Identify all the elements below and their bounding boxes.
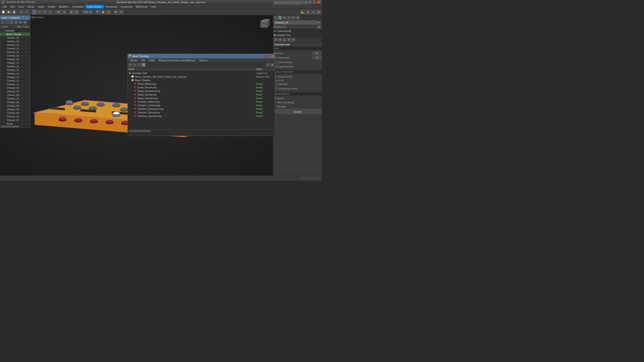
layer-item-checker22[interactable]: Checker_22 ― ―	[0, 43, 30, 47]
tb-snap[interactable]: 📐	[300, 10, 305, 14]
layer-item-wood-set[interactable]: Wood_Checkers_Set_Game_Ready ―	[0, 32, 30, 36]
menu-modifiers[interactable]: Modifiers	[57, 4, 71, 9]
layer-item-checker09[interactable]: Checker_09 ― ―	[0, 90, 30, 93]
layer-item-checker02[interactable]: Checker_02 ― ―	[0, 115, 30, 118]
layer-item-checker21[interactable]: Checker_21 ― ―	[0, 47, 30, 50]
lp-select-layer[interactable]: ⊞	[14, 20, 18, 24]
mod-configure-btn[interactable]: ⚙	[278, 38, 282, 42]
modifier-editable-poly[interactable]: Editable Poly	[273, 33, 322, 37]
search-button[interactable]: 🔍	[304, 1, 308, 5]
layer-item-checker07[interactable]: Checker_07 ― ―	[0, 97, 30, 100]
at-item-board-glossiness[interactable]: 🖼 Board_Glossiness.png Found	[128, 89, 275, 93]
tb-new[interactable]: 📄	[1, 10, 6, 14]
at-item-board-specular[interactable]: 🖼 Board_Specular.png Found	[128, 96, 275, 100]
at-refresh-btn[interactable]: ↻	[128, 63, 132, 67]
tb-align[interactable]: ⊞	[306, 10, 310, 14]
at-table-view-btn[interactable]: ⊞	[142, 63, 146, 67]
menu-tools[interactable]: Tools	[16, 4, 26, 9]
tb-link[interactable]: 🔗	[69, 10, 74, 14]
at-item-board-fresnel[interactable]: 🖼 Board_Fresnel.png Found	[128, 86, 275, 89]
layer-item-checker23[interactable]: Checker_23 ― ―	[0, 40, 30, 43]
menu-edit[interactable]: Edit	[8, 4, 16, 9]
tb-redo[interactable]: ↪	[24, 10, 29, 14]
at-item-checkers-fresnel[interactable]: 🖼 Checkers_Fresnel.png Found	[128, 104, 275, 107]
at-remove-btn[interactable]: −	[137, 63, 141, 67]
tb-scale[interactable]: ⤡	[48, 10, 53, 14]
mod-move-up-btn[interactable]: ▲	[282, 38, 286, 42]
layer-item-checker01[interactable]: Checker_01 ― ―	[0, 118, 30, 122]
tb-pan[interactable]: ✋	[100, 10, 106, 14]
lp-new-layer[interactable]: +	[1, 20, 5, 24]
menu-customize[interactable]: Customize	[119, 4, 134, 9]
object-name-dropdown[interactable]: ▼	[317, 20, 321, 24]
layer-item-checker14[interactable]: Checker_14 ― ―	[0, 72, 30, 75]
at-item-checkers-glossiness[interactable]: 🖼 Checkers_Glossiness.png Found	[128, 107, 275, 111]
menu-maxscript[interactable]: MAXScript	[134, 4, 149, 9]
at-item-checkers-specular[interactable]: 🖼 Checkers_Specular.png Found	[128, 114, 275, 118]
at-maximize-btn[interactable]: □	[267, 54, 270, 58]
lp-select-children[interactable]: ▼	[18, 20, 22, 24]
at-menu-bitmap[interactable]: Bitmap Performance and Memory	[157, 58, 197, 62]
menu-rendering[interactable]: Rendering	[104, 4, 119, 9]
at-close-btn[interactable]: ✕	[271, 54, 274, 58]
rp-modify-btn[interactable]: 🔧	[278, 16, 282, 20]
menu-file[interactable]: File	[1, 4, 8, 9]
iterations-input[interactable]	[312, 52, 321, 55]
menu-group[interactable]: Group	[26, 4, 36, 9]
materials-checkbox[interactable]	[275, 83, 278, 86]
tb-render-setup[interactable]: ⚙	[119, 10, 124, 14]
layer-item-checker17[interactable]: Checker_17 ― ―	[0, 61, 30, 64]
layer-item-checker13[interactable]: Checker_13 ― ―	[0, 75, 30, 79]
menu-graph-editors[interactable]: Graph Editors	[85, 4, 104, 9]
at-menu-file[interactable]: File	[139, 58, 147, 62]
tb-unlink[interactable]: ⛓	[74, 10, 79, 14]
at-item-checkers-normal[interactable]: 🖼 Checkers_Normal.png Found	[128, 111, 275, 114]
tb-select[interactable]: ⬚	[32, 10, 37, 14]
update-button[interactable]: Update	[274, 109, 321, 114]
layer-item-checker11[interactable]: Checker_11 ― ―	[0, 82, 30, 86]
layers-scrollbar[interactable]	[0, 125, 30, 128]
layer-item-checker06[interactable]: Checker_06 ― ―	[0, 100, 30, 104]
layer-item-board[interactable]: Board ― ―	[0, 122, 30, 125]
menu-animation[interactable]: Animation	[71, 4, 85, 9]
layer-item-checker18[interactable]: Checker_18 ― ―	[0, 58, 30, 61]
at-item-board-diffuse[interactable]: 🖼 Board_Diffuse.png Found	[128, 82, 275, 86]
search-bar[interactable]: 🔍	[273, 1, 308, 5]
layer-item-checker16[interactable]: Checker_16 ― ―	[0, 64, 30, 68]
turbosmooth-header[interactable]: TurboSmooth	[273, 42, 322, 47]
at-add-btn[interactable]: +	[132, 63, 137, 67]
navigation-cube[interactable]: Top Front	[257, 18, 270, 31]
tb-mirror[interactable]: ⇔	[311, 10, 316, 14]
at-item-vault[interactable]: 🔒 Autodesk Vault Logged Out	[128, 71, 275, 75]
smoothing-groups-checkbox[interactable]	[275, 87, 278, 90]
at-menu-server[interactable]: Server	[128, 58, 139, 62]
layer-item-checker19[interactable]: Checker_19 ― ―	[0, 54, 30, 58]
lp-add-to-layer[interactable]: ⊕	[10, 20, 14, 24]
layer-item-checker24[interactable]: Checker_24 ― ―	[0, 36, 30, 40]
tb-move[interactable]: ✛	[37, 10, 42, 14]
main-section-header[interactable]: Main	[273, 47, 322, 50]
close-button[interactable]: ✕	[317, 1, 321, 4]
menu-views[interactable]: Views	[36, 4, 46, 9]
tb-render[interactable]: ▶	[113, 10, 118, 14]
rp-motion-btn[interactable]: ▷	[287, 16, 291, 20]
layers-help-icon[interactable]: ?	[22, 16, 26, 19]
at-menu-paths[interactable]: Paths	[147, 58, 157, 62]
mod-move-down-btn[interactable]: ▼	[287, 38, 291, 42]
surface-params-header[interactable]: Surface Parameters	[273, 70, 322, 74]
layers-close-icon[interactable]: ✕	[26, 16, 29, 19]
menu-create[interactable]: Create	[46, 4, 57, 9]
tb-zoom[interactable]: 🔍	[95, 10, 100, 14]
maximize-button[interactable]: □	[312, 1, 316, 4]
modifier-list-dropdown[interactable]: ▼	[317, 25, 321, 29]
tb-save[interactable]: 💾	[12, 10, 16, 14]
layer-item-0[interactable]: ✓ 0 (default) ― ―	[0, 29, 30, 32]
rp-hierarchy-btn[interactable]: ⊕	[282, 16, 286, 20]
at-item-board-normal[interactable]: 🖼 Board_Normal.png Found	[128, 93, 275, 96]
at-minimize-btn[interactable]: ─	[264, 54, 267, 58]
layer-item-checker05[interactable]: Checker_05 ― ―	[0, 104, 30, 108]
rp-display-btn[interactable]: ◎	[291, 16, 296, 20]
render-iters-input[interactable]	[312, 56, 321, 60]
at-item-checkers-diffuse[interactable]: 🖼 Checkers_Diffuse.png Found	[128, 100, 275, 104]
layer-item-checker03[interactable]: Checker_03 ― ―	[0, 111, 30, 115]
